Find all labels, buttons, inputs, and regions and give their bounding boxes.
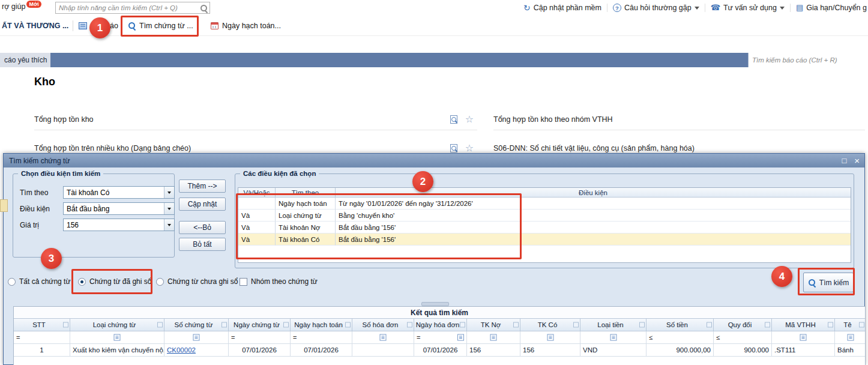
- filter-cell[interactable]: =: [229, 331, 291, 344]
- filter-cell[interactable]: [467, 331, 520, 344]
- filter-icon[interactable]: [380, 334, 387, 341]
- column-pin-icon[interactable]: [283, 322, 289, 328]
- splitter-grip[interactable]: [421, 302, 449, 306]
- filter-icon[interactable]: [457, 334, 464, 341]
- filter-operator[interactable]: =: [417, 334, 420, 341]
- result-column-header[interactable]: Tê: [835, 319, 866, 331]
- column-pin-icon[interactable]: [765, 322, 770, 328]
- find-by-combobox[interactable]: Tài khoản Có: [63, 186, 175, 199]
- add-condition-button[interactable]: Thêm -->: [179, 179, 226, 193]
- result-column-header[interactable]: Ngày chứng từ: [229, 319, 291, 331]
- filter-cell[interactable]: [352, 331, 414, 344]
- favorite-star-icon[interactable]: [465, 144, 474, 152]
- result-column-header[interactable]: Số tiền: [646, 319, 714, 331]
- column-pin-icon[interactable]: [513, 322, 519, 328]
- find-voucher-button[interactable]: Tìm chứng từ ...: [124, 16, 197, 35]
- filter-icon[interactable]: [610, 334, 616, 341]
- result-column-header[interactable]: Mã VTHH: [772, 319, 835, 331]
- filter-operator[interactable]: ≤: [716, 334, 720, 341]
- filter-icon[interactable]: [114, 334, 121, 341]
- filter-cell[interactable]: =: [291, 331, 352, 344]
- remove-condition-button[interactable]: <--Bỏ: [179, 221, 226, 234]
- radio-posted-vouchers[interactable]: Chứng từ đã ghi sổ: [78, 276, 151, 287]
- checkbox-group-by-voucher[interactable]: Nhóm theo chứng từ: [240, 276, 318, 287]
- update-condition-button[interactable]: Cập nhật: [179, 198, 226, 211]
- column-pin-icon[interactable]: [222, 322, 227, 328]
- help-menu[interactable]: rợ giúp Mới: [2, 2, 41, 11]
- column-pin-icon[interactable]: [828, 322, 833, 328]
- column-pin-icon[interactable]: [460, 322, 465, 328]
- reports-button[interactable]: Báo cáo: [75, 16, 122, 35]
- condition-row[interactable]: Ngày hạch toán Từ ngày '01/01/2026' đến …: [238, 198, 851, 210]
- filter-cell[interactable]: [835, 331, 866, 344]
- value-combobox[interactable]: 156: [63, 219, 175, 231]
- filter-cell[interactable]: =: [14, 331, 70, 344]
- condition-row[interactable]: Và Loại chứng từ Bằng 'chuyển kho': [238, 210, 851, 222]
- renew-item[interactable]: Gia hạn/Chuyển g: [796, 4, 867, 12]
- tab-favorite-reports[interactable]: cáo yêu thích: [0, 53, 50, 67]
- result-column-header[interactable]: Loại tiền: [580, 319, 646, 331]
- voucher-link[interactable]: CK00002: [164, 344, 229, 357]
- result-column-header[interactable]: Số hóa đơn: [352, 319, 414, 331]
- search-button[interactable]: Tìm kiếm: [803, 273, 854, 292]
- feature-search-input[interactable]: [56, 4, 200, 11]
- radio-all-vouchers[interactable]: Tất cả chứng từ: [8, 276, 70, 287]
- result-column-header[interactable]: Ngày hóa đơn: [414, 319, 467, 331]
- column-pin-icon[interactable]: [859, 322, 864, 328]
- filter-icon[interactable]: [193, 334, 200, 341]
- column-pin-icon[interactable]: [407, 322, 412, 328]
- filter-cell[interactable]: [164, 331, 229, 344]
- filter-cell[interactable]: [772, 331, 835, 344]
- filter-operator[interactable]: ≤: [649, 334, 653, 341]
- remove-all-conditions-button[interactable]: Bỏ tất: [179, 238, 226, 251]
- condition-combobox[interactable]: Bắt đầu bằng: [63, 202, 175, 215]
- filter-operator[interactable]: =: [16, 334, 20, 341]
- chevron-down-icon[interactable]: [164, 187, 174, 198]
- column-pin-icon[interactable]: [157, 322, 163, 328]
- result-column-header[interactable]: TK Có: [520, 319, 580, 331]
- filter-icon[interactable]: [800, 334, 807, 341]
- close-button[interactable]: [854, 157, 860, 165]
- favorite-star-icon[interactable]: [465, 115, 474, 124]
- faq-item[interactable]: Câu hỏi thường gặp: [613, 4, 699, 12]
- chevron-down-icon[interactable]: [164, 203, 174, 214]
- filter-cell[interactable]: ≤: [646, 331, 714, 344]
- filter-operator[interactable]: =: [293, 334, 297, 341]
- column-pin-icon[interactable]: [345, 322, 351, 328]
- filter-operator[interactable]: =: [231, 334, 235, 341]
- posting-date-button[interactable]: Ngày hạch toán...: [207, 16, 285, 35]
- chevron-down-icon[interactable]: [164, 219, 174, 231]
- result-column-header[interactable]: STT: [14, 319, 70, 331]
- column-pin-icon[interactable]: [707, 322, 712, 328]
- report-item[interactable]: Tổng hợp tồn kho: [34, 109, 477, 130]
- dialog-titlebar[interactable]: Tìm kiếm chứng từ: [4, 154, 864, 167]
- column-pin-icon[interactable]: [639, 322, 645, 328]
- condition-column-header[interactable]: Điều kiện: [336, 188, 851, 198]
- result-column-header[interactable]: Ngày hạch toán: [291, 319, 352, 331]
- column-pin-icon[interactable]: [573, 322, 579, 328]
- filter-cell[interactable]: [70, 331, 164, 344]
- result-column-header[interactable]: Loại chứng từ: [70, 319, 164, 331]
- filter-icon[interactable]: [547, 334, 553, 341]
- report-item[interactable]: Tổng hợp tồn kho theo nhóm VTHH: [493, 109, 865, 130]
- radio-unposted-vouchers[interactable]: Chứng từ chưa ghi sổ: [156, 276, 238, 287]
- filter-cell[interactable]: [580, 331, 646, 344]
- condition-row-selected[interactable]: Và Tài khoản Có Bắt đầu bằng '156': [238, 234, 851, 246]
- column-pin-icon[interactable]: [63, 322, 68, 328]
- search-icon[interactable]: [200, 4, 208, 12]
- report-preview-icon[interactable]: [450, 115, 457, 124]
- report-preview-icon[interactable]: [450, 144, 457, 152]
- result-row[interactable]: 1 Xuất kho kiêm vận chuyển nộ... CK00002…: [14, 344, 865, 357]
- maximize-button[interactable]: [842, 157, 846, 164]
- filter-cell[interactable]: [520, 331, 580, 344]
- result-column-header[interactable]: TK Nợ: [467, 319, 520, 331]
- report-search-input[interactable]: [749, 56, 868, 64]
- support-item[interactable]: Tư vấn sử dụng: [711, 4, 785, 12]
- condition-row[interactable]: Và Tài khoản Nợ Bắt đầu bằng '156': [238, 222, 851, 234]
- filter-icon[interactable]: [847, 334, 854, 341]
- result-column-header[interactable]: Quy đổi: [714, 319, 772, 331]
- result-column-header[interactable]: Số chứng từ: [164, 319, 229, 331]
- condition-column-header[interactable]: Và/Hoặc: [238, 188, 276, 198]
- condition-column-header[interactable]: Tìm theo: [276, 188, 336, 198]
- filter-icon[interactable]: [490, 334, 497, 341]
